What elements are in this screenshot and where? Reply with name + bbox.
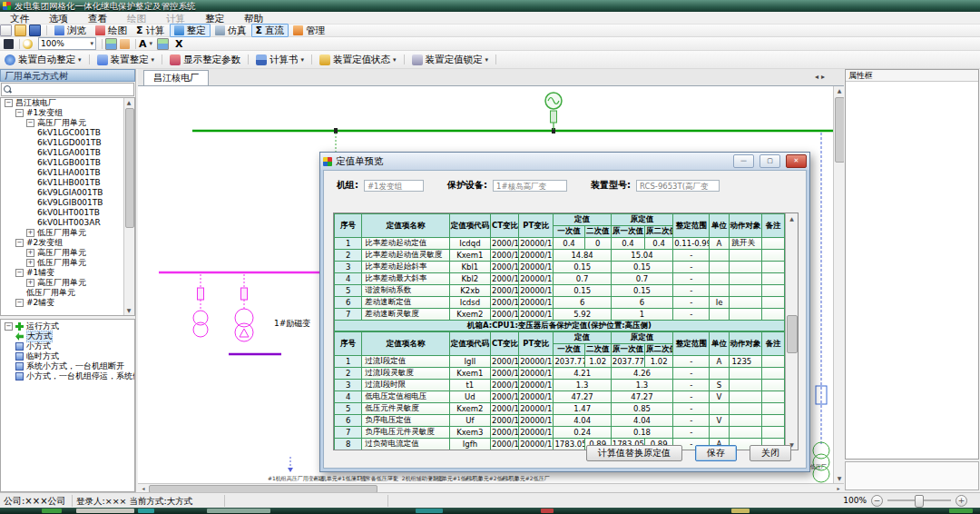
tree-item[interactable]: −昌江核电厂 — [1, 98, 134, 108]
expander-icon[interactable]: + — [26, 259, 34, 267]
chevron-down-icon[interactable]: ▾ — [78, 56, 82, 64]
toolbar-button[interactable]: 整定 — [170, 24, 211, 37]
tree-item[interactable]: 小方式 — [1, 341, 134, 351]
tree-item[interactable]: +高压厂用单元 — [1, 248, 134, 258]
tree-item[interactable]: −#1发变组 — [1, 108, 134, 118]
table-row[interactable]: 3过流I段时限t12000/120000/1001.31.3-S — [335, 380, 785, 391]
table-row[interactable]: 5低压元件灵敏度Kxem22000/120000/1001.470.85- — [335, 403, 785, 415]
zoom-level-select[interactable]: 100% ▾ — [38, 37, 96, 50]
tree-search-box[interactable] — [1, 83, 134, 96]
zoom-in-icon[interactable]: + — [956, 495, 967, 507]
expander-icon[interactable]: + — [26, 229, 34, 237]
tree-item[interactable]: −#2发变组 — [1, 238, 134, 248]
table-row[interactable]: 5谐波制动系数K2xb2000/120000/1000.150.15- — [335, 285, 785, 297]
model-field-value[interactable]: RCS-9653T(高厂变 — [636, 180, 720, 192]
zoom-slider[interactable] — [887, 499, 951, 501]
table-row[interactable]: 4低电压定值相电压Ud2000/120000/10047.2747.27-V — [335, 391, 785, 403]
chevron-down-icon[interactable]: ▾ — [301, 56, 305, 64]
toolbar-button[interactable]: 浏览 — [50, 24, 91, 37]
table-row[interactable]: 6负序电压定值Uf2000/120000/1004.044.04-V — [335, 415, 785, 427]
tree-item[interactable]: 系统小方式，一台机组断开 — [1, 361, 134, 371]
menu-item[interactable]: 文件 — [0, 12, 39, 25]
expander-icon[interactable]: − — [5, 322, 13, 331]
table-row[interactable]: 2过流I段灵敏度Kxem12000/120000/1004.214.26- — [335, 368, 785, 380]
toolbar-button[interactable]: 装置整定▾ — [93, 52, 160, 68]
scroll-up-icon[interactable]: ▲ — [786, 213, 798, 223]
tree-item[interactable]: +高压厂用单元 — [1, 278, 134, 288]
scrollbar-thumb[interactable] — [787, 315, 798, 353]
expander-icon[interactable]: − — [26, 119, 34, 127]
delete-tool-button[interactable]: X — [175, 38, 182, 50]
menu-item[interactable]: 计算 — [156, 12, 195, 25]
tree-item[interactable]: 6kV1LGD001TB — [1, 138, 134, 148]
text-tool-button[interactable]: A — [139, 38, 147, 50]
table-row[interactable]: 7差动速断灵敏度Kxem22000/120000/1005.921- — [335, 309, 785, 321]
toolbar-button[interactable]: 计算书▾ — [251, 52, 309, 68]
scrollbar-thumb[interactable] — [125, 108, 134, 228]
unit-field-value[interactable]: #1发变组 — [364, 180, 424, 192]
tree-item[interactable]: 6kV0LHT001TB — [1, 208, 134, 218]
tab-scroll-arrows[interactable]: ◂▸ — [815, 73, 828, 81]
toolbar-button[interactable]: 显示整定参数 — [165, 52, 245, 68]
zoom-out-icon[interactable]: − — [871, 495, 883, 507]
tree-scrollbar[interactable]: ▲ ▼ — [123, 98, 134, 315]
expander-icon[interactable]: − — [15, 239, 24, 247]
menu-item[interactable]: 帮助 — [234, 12, 273, 25]
table-row[interactable]: 2比率差动起动值灵敏度Kxem12000/120000/10014.8415.0… — [335, 250, 785, 262]
toolbar-button[interactable]: 管理 — [289, 24, 329, 37]
expander-icon[interactable]: − — [15, 269, 24, 277]
three-winding-transformer-icon[interactable] — [813, 442, 829, 482]
tree-item[interactable]: −高压厂用单元 — [1, 118, 134, 128]
open-folder-icon[interactable] — [15, 25, 26, 36]
tree-item[interactable]: −#1辅变 — [1, 268, 134, 278]
table-row[interactable]: 1过流I段定值IglI2000/120000/1002037.771.02203… — [335, 356, 785, 368]
scroll-up-icon[interactable]: ▲ — [124, 98, 133, 107]
table-row[interactable]: 3比率差动起始斜率Kbl12000/120000/1000.150.15- — [335, 262, 785, 273]
tree-item[interactable]: 6kV1LHA001TB — [1, 168, 134, 178]
expander-icon[interactable]: + — [26, 249, 34, 257]
table-scrollbar[interactable]: ▲ ▼ — [785, 213, 798, 450]
pan-hand-icon[interactable] — [120, 39, 130, 49]
menu-item[interactable]: 整定 — [195, 12, 234, 25]
table-row[interactable]: 4比率差动最大斜率Kbl22000/120000/1000.70.7- — [335, 273, 785, 285]
chevron-down-icon[interactable]: ▾ — [150, 40, 153, 47]
table-row[interactable]: 6差动速断定值Icdsd2000/120000/10066-Ie — [335, 297, 785, 309]
tree-item[interactable]: 6kV1LGC001TB — [1, 128, 134, 138]
tree-item[interactable]: 6kV9LGIB001TB — [1, 198, 134, 208]
menu-item[interactable]: 选项 — [39, 12, 78, 25]
new-file-icon[interactable] — [0, 25, 12, 36]
tree-item[interactable]: −#2辅变 — [1, 298, 134, 308]
toolbar-button[interactable]: 仿真 — [211, 24, 251, 37]
tree-item[interactable]: 6kV1LGB001TB — [1, 158, 134, 168]
chevron-down-icon[interactable]: ▾ — [485, 56, 489, 64]
dialog-title-bar[interactable]: 定值单预览 — ▢ ✕ — [320, 153, 809, 170]
tree-item[interactable]: −运行方式 — [1, 321, 134, 331]
menu-item[interactable]: 查看 — [78, 12, 117, 25]
toolbar-button[interactable]: Σ直流 — [251, 24, 289, 37]
tree-item[interactable]: 临时方式 — [1, 351, 134, 361]
toolbar-button[interactable]: 绘图 — [91, 24, 132, 37]
toolbar-button[interactable]: 装置自动整定▾ — [0, 52, 86, 68]
tree-item[interactable]: +低压厂用单元 — [1, 258, 134, 268]
save-icon[interactable] — [29, 25, 41, 36]
tree-item[interactable]: +低压厂用单元 — [1, 228, 134, 238]
replace-with-calculated-button[interactable]: 计算值替换原定值 — [586, 445, 682, 461]
tree-item[interactable]: 6kV1LHB001TB — [1, 178, 134, 188]
toolbar-button[interactable]: Σ计算 — [132, 24, 170, 37]
zoom-magnifier-icon[interactable] — [23, 39, 33, 49]
expander-icon[interactable]: − — [15, 109, 24, 117]
table-row[interactable]: 7负序电压元件灵敏度Kxem32000/120000/1000.240.18- — [335, 427, 785, 439]
image-icon[interactable] — [105, 38, 117, 50]
maximize-button[interactable]: ▢ — [760, 154, 780, 168]
close-icon[interactable]: ✕ — [786, 154, 807, 168]
toolbar-button[interactable]: 装置定值状态▾ — [315, 52, 401, 68]
generator-icon[interactable] — [545, 93, 562, 130]
tree-item[interactable]: 6kV9LGIA001TB — [1, 188, 134, 198]
zoom-slider-thumb[interactable] — [915, 495, 924, 508]
tree-item[interactable]: 6kV1LGA001TB — [1, 148, 134, 158]
toolbar-button[interactable]: 装置定值锁定▾ — [407, 52, 494, 68]
search-input[interactable] — [12, 84, 133, 95]
binoculars-icon[interactable] — [4, 39, 14, 49]
close-button[interactable]: 关闭 — [750, 445, 791, 461]
expander-icon[interactable]: − — [5, 99, 13, 107]
